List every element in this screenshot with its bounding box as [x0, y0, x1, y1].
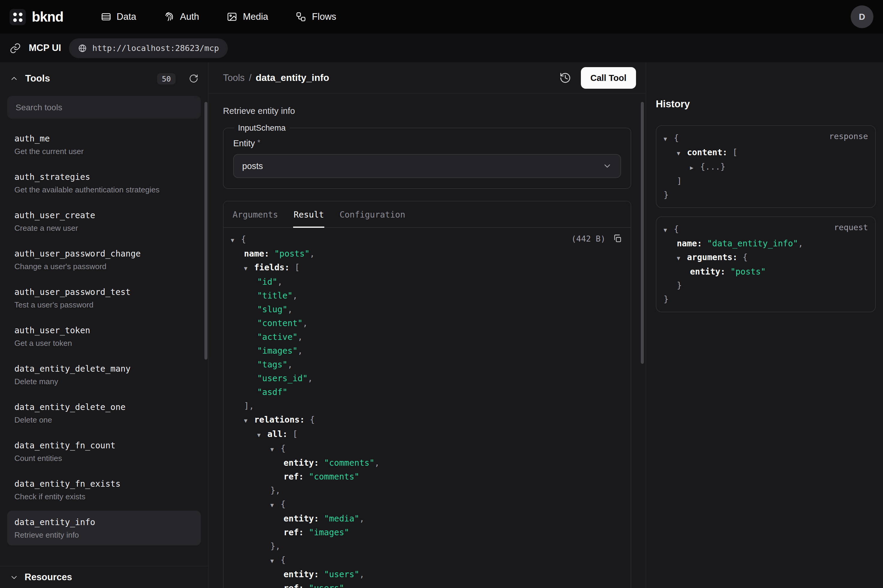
input-schema-fieldset: InputSchema Entity* posts: [223, 123, 631, 189]
tree-caret-icon[interactable]: ▼: [231, 233, 241, 247]
nav-item-media[interactable]: Media: [226, 11, 268, 22]
json-line: ▼{: [231, 442, 622, 456]
nav-item-auth[interactable]: Auth: [164, 11, 199, 22]
entity-select[interactable]: posts: [233, 154, 621, 178]
json-token-punc: ,: [292, 291, 298, 300]
json-token-punc: ,: [310, 249, 315, 258]
json-line: "title",: [231, 289, 622, 303]
tool-list-item[interactable]: auth_user_tokenGet a user token: [7, 319, 201, 354]
tab-configuration[interactable]: Configuration: [332, 201, 413, 227]
breadcrumb-tool-name: data_entity_info: [256, 72, 329, 83]
tool-description: Delete one: [14, 415, 193, 425]
tool-list-item[interactable]: data_entity_fn_existsCheck if entity exi…: [7, 472, 201, 507]
json-line: ref: "users": [231, 581, 622, 588]
tool-detail-panel: Tools / data_entity_info Call Tool Retri…: [208, 62, 646, 588]
search-tools-input[interactable]: [7, 96, 201, 118]
json-line: },: [231, 540, 622, 553]
json-line: ]: [664, 174, 868, 188]
json-token-punc: {: [241, 234, 246, 244]
tool-list-item[interactable]: data_entity_delete_oneDelete one: [7, 396, 201, 430]
tree-caret-icon[interactable]: ▼: [270, 442, 280, 456]
history-title: History: [656, 98, 876, 110]
json-token-str: "data_entity_info": [702, 238, 798, 248]
json-token-punc: ,: [303, 318, 308, 328]
bknd-logo[interactable]: bknd: [10, 9, 63, 25]
json-token-key: content:: [687, 147, 727, 157]
history-entry-card[interactable]: response▼{▼content: [▶{...}]}: [656, 125, 876, 208]
json-token-str: "asdf": [257, 387, 288, 397]
json-token-str: "comments": [319, 458, 374, 468]
json-token-punc: ,: [798, 238, 803, 248]
breadcrumb-separator: /: [249, 72, 252, 83]
json-line: ▼arguments: {: [664, 250, 868, 265]
history-icon[interactable]: [559, 72, 571, 84]
tool-list-item[interactable]: data_entity_fn_countCount entities: [7, 434, 201, 469]
tool-list-item[interactable]: auth_meGet the current user: [7, 127, 201, 162]
history-entry-label: request: [834, 222, 868, 232]
tool-list-item[interactable]: auth_user_password_testTest a user's pas…: [7, 280, 201, 315]
json-line: ▼content: [: [664, 146, 868, 160]
json-token-punc: },: [270, 486, 280, 495]
refresh-icon[interactable]: [189, 74, 198, 83]
copy-icon[interactable]: [613, 234, 622, 243]
mcp-url-pill[interactable]: http://localhost:28623/mcp: [69, 38, 228, 58]
tree-caret-icon[interactable]: ▼: [244, 261, 254, 275]
breadcrumb-root[interactable]: Tools: [223, 72, 244, 83]
user-avatar[interactable]: D: [851, 5, 873, 28]
top-nav: bknd Data Auth Media Flows D: [0, 0, 883, 34]
tool-list-item[interactable]: data_entity_delete_manyDelete many: [7, 357, 201, 392]
entity-field-label: Entity*: [233, 138, 621, 148]
json-token-str: "images": [304, 528, 349, 537]
tool-list-item[interactable]: auth_user_password_changeChange a user's…: [7, 242, 201, 277]
nav-item-data[interactable]: Data: [100, 11, 136, 22]
tool-list: auth_meGet the current userauth_strategi…: [0, 126, 208, 566]
tree-caret-icon[interactable]: ▼: [677, 146, 687, 160]
tree-caret-icon[interactable]: ▼: [664, 223, 674, 237]
tree-caret-icon[interactable]: ▼: [664, 132, 674, 146]
tool-description: Retrieve entity info: [223, 105, 631, 116]
json-line: },: [231, 484, 622, 498]
tool-detail-header: Tools / data_entity_info Call Tool: [208, 62, 646, 93]
json-token-key: all:: [267, 429, 288, 439]
tree-caret-icon[interactable]: ▼: [270, 554, 280, 568]
json-token-punc: {: [305, 415, 315, 424]
call-tool-button[interactable]: Call Tool: [581, 67, 636, 88]
json-line: "slug",: [231, 303, 622, 316]
json-token-punc: ,: [298, 332, 303, 342]
json-line: "content",: [231, 316, 622, 330]
tools-section-header[interactable]: Tools 50: [0, 62, 208, 95]
json-line: ▼all: [: [231, 428, 622, 442]
json-token-punc: ,: [359, 514, 364, 523]
nav-label: Data: [117, 11, 136, 22]
history-entry-card[interactable]: request▼{name: "data_entity_info",▼argum…: [656, 216, 876, 312]
json-token-key: fields:: [254, 262, 289, 272]
tab-result[interactable]: Result: [286, 201, 332, 227]
tree-caret-icon[interactable]: ▼: [677, 251, 687, 265]
tool-description: Change a user's password: [14, 261, 193, 272]
tab-arguments[interactable]: Arguments: [225, 201, 286, 227]
nav-item-flows[interactable]: Flows: [296, 11, 336, 22]
json-line: ▼fields: [: [231, 261, 622, 275]
json-token-punc: ,: [277, 277, 282, 286]
fingerprint-icon: [164, 11, 175, 22]
json-token-key: entity:: [690, 267, 726, 276]
chevron-up-icon[interactable]: [10, 74, 19, 83]
content-scrollbar[interactable]: [641, 102, 644, 364]
tree-caret-icon[interactable]: ▶: [690, 160, 700, 174]
tree-caret-icon[interactable]: ▼: [257, 428, 267, 442]
resources-section-title: Resources: [25, 572, 72, 583]
tree-caret-icon[interactable]: ▼: [244, 414, 254, 428]
tool-list-item[interactable]: auth_user_createCreate a new user: [7, 204, 201, 238]
tool-name: data_entity_delete_one: [14, 401, 193, 413]
sidebar-scrollbar[interactable]: [204, 102, 207, 360]
resources-section-header[interactable]: Resources: [0, 566, 208, 588]
json-line: ▼{: [231, 553, 622, 568]
tool-list-item[interactable]: data_entity_infoRetrieve entity info: [7, 511, 201, 546]
tree-caret-icon[interactable]: ▼: [270, 498, 280, 512]
json-line: ref: "comments": [231, 470, 622, 484]
bknd-logo-icon: [10, 9, 26, 25]
tool-list-item[interactable]: auth_strategiesGet the available authent…: [7, 165, 201, 200]
json-token-key: name:: [244, 249, 269, 258]
json-line: ▼relations: {: [231, 413, 622, 428]
tool-description: Check if entity exists: [14, 492, 193, 502]
